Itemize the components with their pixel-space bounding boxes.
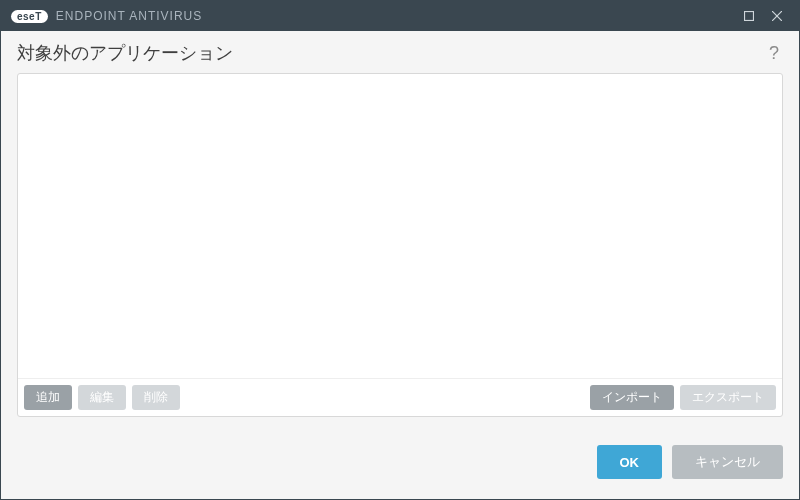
exclusion-list[interactable] (18, 74, 782, 378)
cancel-button[interactable]: キャンセル (672, 445, 783, 479)
page-title: 対象外のアプリケーション (17, 41, 765, 65)
titlebar: eseT ENDPOINT ANTIVIRUS (1, 1, 799, 31)
add-button[interactable]: 追加 (24, 385, 72, 410)
maximize-button[interactable] (735, 1, 763, 31)
edit-button[interactable]: 編集 (78, 385, 126, 410)
exclusion-panel: 追加 編集 削除 インポート エクスポート (17, 73, 783, 417)
export-button[interactable]: エクスポート (680, 385, 776, 410)
dialog-header: 対象外のアプリケーション ? (1, 31, 799, 73)
delete-button[interactable]: 削除 (132, 385, 180, 410)
help-button[interactable]: ? (765, 43, 783, 64)
maximize-icon (744, 11, 754, 21)
app-window: eseT ENDPOINT ANTIVIRUS 対象外のアプリケーション ? 追… (0, 0, 800, 500)
brand-logo: eseT (11, 10, 48, 23)
panel-action-bar: 追加 編集 削除 インポート エクスポート (18, 378, 782, 416)
product-name: ENDPOINT ANTIVIRUS (56, 9, 202, 23)
dialog-footer: OK キャンセル (1, 427, 799, 499)
import-button[interactable]: インポート (590, 385, 674, 410)
ok-button[interactable]: OK (597, 445, 663, 479)
svg-rect-0 (745, 12, 754, 21)
close-button[interactable] (763, 1, 791, 31)
close-icon (772, 11, 782, 21)
content-area: 追加 編集 削除 インポート エクスポート (1, 73, 799, 427)
